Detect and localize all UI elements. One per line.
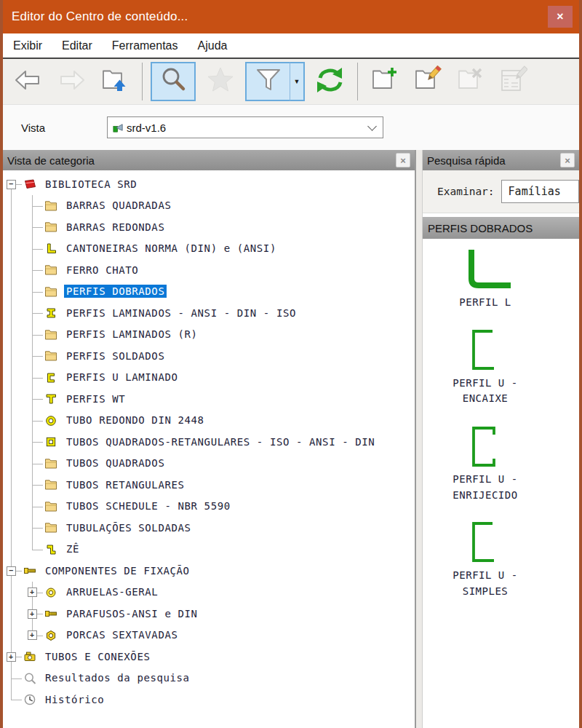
- content-center-editor-window: Editor do Centro de conteúdo... × Exibir…: [0, 0, 582, 728]
- tree-item-perfis-u-laminado[interactable]: PERFIS U LAMINADO: [3, 367, 415, 389]
- tree-line: [32, 410, 33, 421]
- tube-round-icon: [44, 414, 57, 427]
- tree-item-perfis-soldados[interactable]: PERFIS SOLDADOS: [3, 345, 415, 367]
- tree-line: [11, 517, 12, 539]
- menu-ferramentas[interactable]: Ferramentas: [112, 39, 178, 52]
- tree-item-label: TUBOS QUADRADOS: [64, 456, 167, 470]
- category-view-panel: Vista de categoria × −BIBLIOTECA SRDBARR…: [3, 150, 416, 728]
- toolbar-filter-group: ▼: [245, 62, 305, 101]
- tree-item-tubos-schedule-nbr-5590[interactable]: TUBOS SCHEDULE - NBR 5590: [3, 496, 415, 518]
- tree-item-perfis-laminados-ansi-din-iso[interactable]: PERFIS LAMINADOS - ANSI - DIN - ISO: [3, 302, 415, 324]
- folder-icon: [44, 264, 57, 277]
- toolbar-edit-category-button[interactable]: [409, 62, 445, 101]
- profile-u-lip-icon: [457, 424, 514, 468]
- menu-bar: Exibir Editar Ferramentas Ajuda: [3, 33, 579, 58]
- view-dropdown[interactable]: srd-v1.6: [107, 116, 383, 138]
- view-selector-row: Vista srd-v1.6: [3, 104, 579, 150]
- tree-line: [32, 345, 33, 356]
- folder-pencil-icon: [412, 66, 442, 98]
- toolbar-new-category-button[interactable]: [366, 62, 402, 101]
- tree-item-tubo-redondo-din-2448[interactable]: TUBO REDONDO DIN 2448: [3, 410, 415, 432]
- tree-line: [11, 678, 12, 689]
- window-close-button[interactable]: ×: [548, 6, 573, 28]
- magnifier-icon: [159, 66, 188, 98]
- menu-editar[interactable]: Editar: [62, 39, 92, 52]
- panel-splitter[interactable]: [416, 150, 423, 728]
- tree-item-parafusos-ansi-e-din[interactable]: +PARAFUSOS-ANSI e DIN: [3, 603, 415, 625]
- expander-plus-icon[interactable]: +: [7, 652, 16, 662]
- examine-label: Examinar:: [437, 186, 495, 197]
- tree-item-tubos-retangulares[interactable]: TUBOS RETANGULARES: [3, 474, 415, 496]
- tree-item-label: TUBOS RETANGULARES: [64, 478, 187, 491]
- tree-line: [11, 431, 12, 453]
- tree-item-label: PERFIS LAMINADOS (R): [64, 328, 200, 341]
- tree-line: [32, 249, 33, 260]
- expander-plus-icon[interactable]: +: [28, 587, 37, 597]
- tree-line: [11, 678, 22, 679]
- tree-item-label: BIBLIOTECA SRD: [43, 178, 139, 191]
- tree-item-biblioteca-srd[interactable]: −BIBLIOTECA SRD: [3, 173, 415, 195]
- toolbar-edit-family-button: [495, 62, 531, 101]
- tree-line: [37, 614, 43, 614]
- tree-item-ze[interactable]: ZÊ: [3, 539, 415, 561]
- family-item-perfil-u-simples[interactable]: PERFIL U - SIMPLES: [437, 521, 533, 599]
- folder-plus-icon: [370, 66, 399, 98]
- tree-item-tubulacoes-soldadas[interactable]: TUBULAÇÕES SOLDADAS: [3, 517, 415, 539]
- tree-line: [32, 431, 33, 442]
- toolbar-back-button[interactable]: [10, 62, 47, 101]
- tree-line: [32, 270, 43, 271]
- tree-item-label: Histórico: [43, 693, 106, 706]
- examine-dropdown[interactable]: Famílias: [501, 180, 579, 203]
- bolt-icon: [44, 607, 57, 620]
- tree-line: [32, 249, 43, 250]
- tree-item-perfis-dobrados[interactable]: PERFIS DOBRADOS: [3, 281, 415, 303]
- tree-item-perfis-wt[interactable]: PERFIS WT: [3, 388, 415, 410]
- tree-item-tubos-quadrados[interactable]: TUBOS QUADRADOS: [3, 453, 415, 475]
- family-item-perfil-u-encaixe[interactable]: PERFIL U - ENCAIXE: [437, 328, 533, 407]
- tree-item-barras-redondas[interactable]: BARRAS REDONDAS: [3, 216, 415, 238]
- view-label: Vista: [21, 122, 107, 134]
- tree-item-cantoneiras-norma-din-e-ansi[interactable]: CANTONEIRAS NORMA (DIN) e (ANSI): [3, 238, 415, 260]
- tree-item-arruelas-geral[interactable]: +ARRUELAS-GERAL: [3, 582, 415, 604]
- arrow-left-icon: [14, 66, 43, 98]
- toolbar: ▼: [3, 59, 579, 104]
- tree-line: [32, 324, 33, 335]
- expander-minus-icon[interactable]: −: [7, 180, 16, 189]
- toolbar-open-library-button[interactable]: [96, 62, 132, 101]
- search-panel-close-icon[interactable]: ×: [560, 153, 575, 167]
- expander-plus-icon[interactable]: +: [28, 609, 37, 619]
- toolbar-refresh-button[interactable]: [311, 62, 348, 101]
- expander-plus-icon[interactable]: +: [28, 630, 37, 640]
- folder-icon: [44, 221, 57, 234]
- fittings-icon: [23, 650, 36, 663]
- view-value: srd-v1.6: [127, 122, 166, 134]
- family-item-perfil-l[interactable]: PERFIL L: [437, 248, 533, 311]
- toolbar-filter-button[interactable]: [245, 62, 290, 101]
- filter-dropdown-arrow-icon[interactable]: ▼: [290, 62, 305, 101]
- tree-line: [11, 259, 12, 281]
- tree-item-label: ARRUELAS-GERAL: [64, 585, 160, 598]
- chevron-down-icon: [367, 122, 377, 131]
- expander-minus-icon[interactable]: −: [7, 566, 16, 576]
- tree-item-porcas-sextavadas[interactable]: +PORCAS SEXTAVADAS: [3, 625, 415, 646]
- tree-line: [11, 388, 12, 410]
- tree-item-historico[interactable]: Histórico: [3, 689, 415, 711]
- tree-item-tubos-e-conexoes[interactable]: +TUBOS E CONEXÕES: [3, 646, 415, 668]
- tree-item-label: PERFIS SOLDADOS: [64, 349, 167, 363]
- folder-icon: [44, 478, 57, 491]
- tree-item-barras-quadradas[interactable]: BARRAS QUADRADAS: [3, 195, 415, 217]
- tree-item-resultados-da-pesquisa[interactable]: Resultados da pesquisa: [3, 668, 415, 689]
- menu-exibir[interactable]: Exibir: [13, 39, 42, 52]
- family-item-perfil-u-enrijecido[interactable]: PERFIL U - ENRIJECIDO: [437, 424, 533, 503]
- tree-item-tubos-quadrados-retangulares-iso-ansi-din[interactable]: TUBOS QUADRADOS-RETANGULARES - ISO - ANS…: [3, 431, 415, 453]
- tree-line: [11, 496, 12, 518]
- menu-ajuda[interactable]: Ajuda: [198, 39, 228, 52]
- tree-line: [32, 485, 43, 486]
- table-pencil-icon: [498, 66, 527, 98]
- toolbar-search-button[interactable]: [151, 62, 196, 101]
- tree-line: [11, 302, 12, 324]
- tree-item-ferro-chato[interactable]: FERRO CHATO: [3, 259, 415, 281]
- tree-item-componentes-de-fixacao[interactable]: −COMPONENTES DE FIXAÇÃO: [3, 560, 415, 582]
- category-panel-close-icon[interactable]: ×: [396, 153, 410, 167]
- tree-item-perfis-laminados-r[interactable]: PERFIS LAMINADOS (R): [3, 324, 415, 346]
